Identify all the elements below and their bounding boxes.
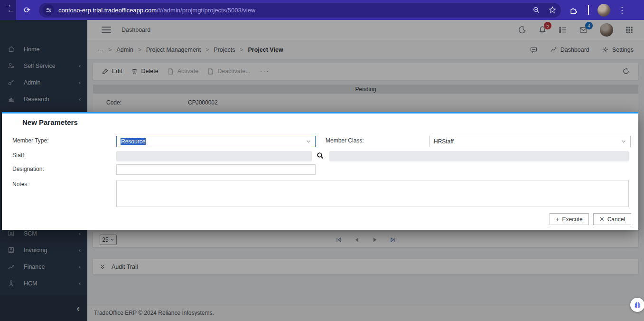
member-type-select[interactable]: Resource — [116, 136, 316, 147]
plus-icon: + — [556, 216, 560, 223]
member-type-value: Resource — [121, 138, 146, 145]
chevron-down-icon — [621, 139, 626, 144]
notes-label: Notes: — [12, 181, 29, 188]
member-class-value: HRStaff — [434, 138, 454, 145]
search-icon[interactable] — [316, 151, 324, 160]
execute-button[interactable]: + Execute — [550, 213, 589, 225]
browser-menu-icon[interactable]: ⋮ — [618, 5, 626, 15]
chrome-divider — [588, 5, 589, 15]
url-domain: contoso-erp.trial.tradeofficeapp.com — [58, 7, 157, 14]
execute-button-label: Execute — [562, 216, 582, 223]
app-window: Home Self Service ‹ Admin ‹ Research ‹ S… — [0, 20, 644, 321]
staff-label: Staff: — [12, 152, 26, 159]
extensions-icon[interactable] — [569, 6, 578, 14]
zoom-icon[interactable] — [532, 6, 540, 14]
dialog-buttons: + Execute ✕ Cancel — [550, 213, 631, 225]
browser-chrome: ← → ⟳ contoso-erp.trial.tradeofficeapp.c… — [0, 0, 644, 20]
url-text[interactable]: contoso-erp.trial.tradeofficeapp.com/#/a… — [58, 7, 524, 14]
reload-icon[interactable]: ⟳ — [19, 5, 35, 15]
ai-assistant-button[interactable] — [630, 298, 644, 312]
bookmark-star-icon[interactable] — [549, 6, 556, 14]
chrome-actions: ⋮ — [569, 4, 633, 17]
site-info-icon[interactable] — [43, 4, 54, 16]
staff-code-input — [116, 151, 312, 161]
member-type-label: Member Type: — [12, 137, 48, 144]
address-bar[interactable]: contoso-erp.trial.tradeofficeapp.com/#/a… — [39, 3, 561, 18]
chevron-down-icon — [306, 139, 311, 144]
brain-ai-icon — [634, 301, 642, 309]
notes-textarea[interactable] — [116, 180, 629, 207]
close-icon: ✕ — [599, 216, 605, 223]
cancel-button-label: Cancel — [607, 216, 625, 223]
url-path: /#/admin/projmgt/projects/5003/view — [157, 7, 255, 14]
forward-icon[interactable]: → — [0, 0, 16, 20]
designation-input[interactable] — [116, 164, 316, 175]
cancel-button[interactable]: ✕ Cancel — [593, 213, 631, 225]
designation-label: Designation: — [12, 166, 44, 172]
member-class-label: Member Class: — [326, 137, 364, 144]
staff-name-input — [329, 151, 629, 161]
new-parameters-dialog: New Parameters Member Type: Resource Mem… — [2, 112, 638, 230]
dialog-title: New Parameters — [22, 118, 78, 126]
browser-profile-avatar[interactable] — [597, 4, 610, 17]
member-class-select[interactable]: HRStaff — [429, 136, 631, 147]
